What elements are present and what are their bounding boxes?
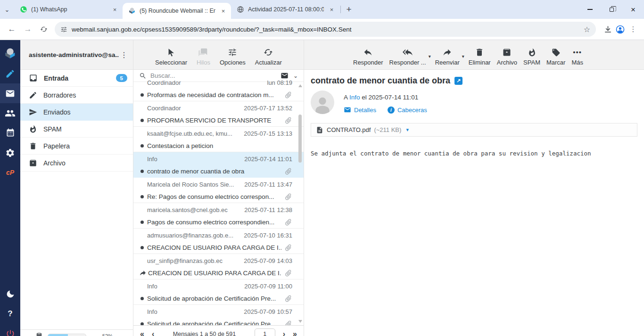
details-toggle[interactable]: Detalles: [344, 106, 376, 114]
sender-avatar: [311, 90, 334, 114]
reply-all-caret-icon[interactable]: ▾: [429, 54, 431, 59]
downloads-icon[interactable]: [603, 25, 612, 34]
minimize-button[interactable]: [579, 0, 601, 19]
reply-button[interactable]: Responder: [353, 47, 383, 66]
message-list-item[interactable]: Info 2025-07-14 11:01 contrato de menor …: [133, 152, 304, 178]
refresh-icon: [264, 48, 273, 57]
last-page-button[interactable]: »: [293, 330, 297, 336]
rail-darkmode-button[interactable]: [0, 284, 20, 304]
attachment-name[interactable]: CONTRATO.pdf: [327, 126, 371, 133]
delete-button[interactable]: Eliminar: [469, 48, 491, 66]
message-status-dot-icon: [140, 119, 144, 122]
attachment-row[interactable]: CONTRATO.pdf (~211 KB) ▾: [311, 123, 637, 137]
rail-settings-button[interactable]: [0, 143, 20, 163]
close-button[interactable]: ×: [622, 0, 644, 19]
sidebar-item-borradores[interactable]: Borradores: [20, 87, 133, 104]
sidebar-item-archivo[interactable]: Archivo: [20, 155, 133, 172]
tab-actividad[interactable]: Actividad 2025-07-11 08:00:00 ×: [231, 0, 339, 19]
reply-all-icon: [403, 47, 413, 57]
rail-cpanel-button[interactable]: cP: [0, 163, 20, 182]
options-button[interactable]: Opciones: [220, 48, 246, 66]
rail-help-button[interactable]: ?: [0, 304, 20, 324]
message-list-item[interactable]: Coordinador 2025-07-17 13:52 PROFORMA SE…: [133, 101, 304, 127]
spam-button[interactable]: SPAM: [523, 48, 540, 66]
browser-menu-icon[interactable]: ⋮: [628, 25, 638, 33]
message-list-item[interactable]: usr_sinfip@finanzas.gob.ec 2025-07-09 14…: [133, 254, 304, 279]
message-list-item[interactable]: admusuarios@finanzas.gob.e... 2025-07-10…: [133, 229, 304, 254]
tab-whatsapp[interactable]: (1) WhatsApp ×: [14, 0, 123, 19]
mark-button[interactable]: Marcar: [546, 48, 565, 66]
forward-button[interactable]: Reenviar: [435, 47, 460, 66]
forward-button[interactable]: →: [20, 21, 36, 37]
more-button[interactable]: ••• Más: [571, 48, 583, 66]
message-sender: Info: [147, 156, 157, 163]
rail-calendar-button[interactable]: [0, 123, 20, 143]
rail-contacts-button[interactable]: [0, 103, 20, 123]
forward-caret-icon[interactable]: ▾: [462, 54, 464, 59]
tab-close-icon[interactable]: ×: [328, 6, 336, 14]
reply-all-button[interactable]: Responder ...: [389, 47, 426, 66]
account-menu-icon[interactable]: ⋮: [119, 50, 129, 59]
rail-logout-button[interactable]: [0, 324, 20, 336]
restore-button[interactable]: [601, 0, 622, 19]
message-list-item[interactable]: Info 2025-07-09 11:00 Solicitud de aprob…: [133, 279, 304, 305]
headers-toggle[interactable]: i Cabeceras: [388, 107, 427, 114]
quota-bar: 52%: [20, 329, 133, 336]
new-tab-button[interactable]: +: [342, 2, 356, 16]
message-toolbar: Responder Responder ... ▾ Reenviar ▾ Eli…: [304, 40, 644, 70]
threads-button[interactable]: Hilos: [197, 48, 210, 66]
archive-button[interactable]: Archivo: [497, 48, 517, 66]
attachment-icon: [282, 89, 294, 100]
tab-close-icon[interactable]: ×: [111, 6, 119, 14]
rail-compose-button[interactable]: [0, 64, 20, 83]
message-date: 2025-07-11 12:38: [244, 206, 292, 213]
select-button[interactable]: Seleccionar: [155, 48, 187, 66]
url-text[interactable]: webmail.sanjuan.gob.ec/cpsess1535909589/…: [72, 26, 580, 33]
message-status-dot-icon: [140, 170, 144, 173]
scrollbar-thumb[interactable]: [298, 115, 302, 163]
browser-tab-strip: ⌄ (1) WhatsApp × (5) Roundcube Webmail :…: [0, 0, 644, 19]
sidebar-item-papelera[interactable]: Papelera: [20, 138, 133, 155]
url-bar[interactable]: webmail.sanjuan.gob.ec/cpsess1535909589/…: [55, 22, 596, 37]
bookmark-star-icon[interactable]: ☆: [584, 25, 590, 34]
sidebar-item-enviados[interactable]: Enviados: [20, 104, 133, 121]
message-list-item[interactable]: ksaait@fcjse.utb.edu.ec, kmu... 2025-07-…: [133, 127, 304, 152]
roundcube-logo-icon: [4, 47, 17, 60]
scrollbar-down-icon[interactable]: [298, 320, 302, 323]
open-in-new-window-icon[interactable]: ↗: [454, 77, 462, 85]
first-page-button[interactable]: «: [140, 330, 144, 336]
message-list-item[interactable]: maricela.santos@cnel.gob.ec 2025-07-11 1…: [133, 203, 304, 229]
profile-avatar-icon[interactable]: [615, 25, 625, 34]
message-list-item[interactable]: Coordinador lun 08:19 Proformas de neces…: [133, 76, 304, 101]
message-sender: Maricela del Rocio Santos Sie...: [147, 181, 234, 188]
next-page-button[interactable]: ›: [283, 330, 285, 336]
reply-label: Responder: [353, 59, 383, 66]
power-icon: [6, 329, 15, 336]
attachment-menu-caret-icon[interactable]: ▾: [406, 127, 409, 133]
spam-label: SPAM: [523, 59, 540, 66]
tab-close-icon[interactable]: ×: [219, 7, 227, 15]
compose-icon: [5, 69, 15, 79]
pagination-label: Mensajes 1 a 50 de 591: [162, 331, 247, 336]
tab-roundcube[interactable]: (5) Roundcube Webmail :: Envia ×: [123, 3, 231, 19]
pointer-icon: [167, 48, 176, 57]
back-button[interactable]: ←: [4, 21, 20, 37]
folder-sidebar: asistente-administrativo@sa... ⋮ Entrada…: [20, 40, 133, 336]
site-settings-icon[interactable]: [60, 26, 67, 33]
recipient-link[interactable]: Info: [349, 94, 360, 101]
rail-mail-button[interactable]: [0, 83, 20, 103]
sidebar-item-spam[interactable]: SPAM: [20, 121, 133, 138]
contacts-icon: [5, 108, 16, 119]
prev-page-button[interactable]: ‹: [152, 330, 154, 336]
refresh-button[interactable]: Actualizar: [255, 48, 282, 66]
list-scrollbar[interactable]: [297, 83, 304, 324]
page-number-input[interactable]: [255, 328, 275, 336]
message-list-item[interactable]: Maricela del Rocio Santos Sie... 2025-07…: [133, 178, 304, 203]
roundcube-favicon-icon: [128, 7, 136, 15]
scrollbar-up-icon[interactable]: [298, 84, 302, 87]
minimize-icon: [587, 9, 593, 10]
attachment-icon: [282, 115, 294, 126]
sidebar-item-entrada[interactable]: Entrada 5: [20, 70, 133, 87]
reload-button[interactable]: [36, 21, 52, 37]
tab-search-button[interactable]: ⌄: [0, 0, 14, 19]
